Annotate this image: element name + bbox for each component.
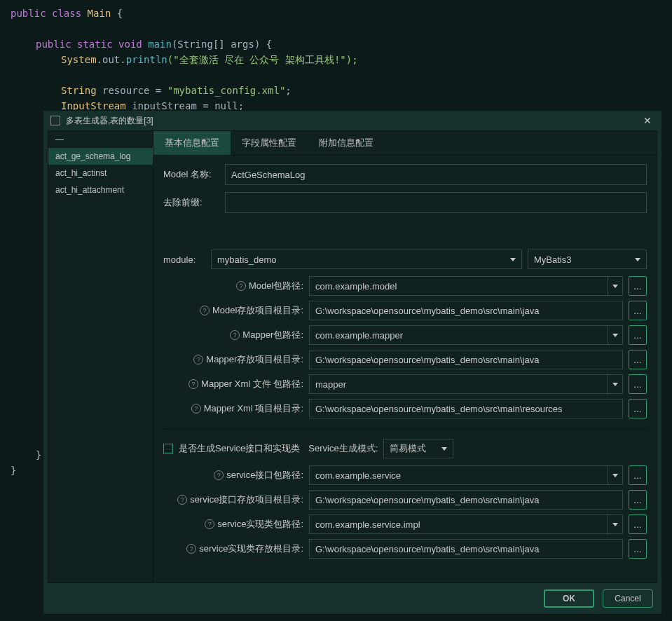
dropdown-model-pkg[interactable]	[608, 276, 623, 296]
section-top: Model 名称: 去除前缀:	[153, 156, 657, 228]
table-item-act-hi-attachment[interactable]: act_hi_attachment	[48, 182, 153, 198]
label-module: module:	[163, 254, 205, 265]
table-item-act-ge-schema-log[interactable]: act_ge_schema_log	[48, 148, 153, 165]
help-icon[interactable]: ?	[193, 355, 203, 364]
titlebar: 多表生成器,表的数量[3] ✕	[43, 111, 661, 130]
chevron-down-icon	[612, 285, 618, 288]
chevron-down-icon	[441, 447, 447, 451]
table-item-act-hi-actinst[interactable]: act_hi_actinst	[48, 165, 153, 182]
chevron-down-icon	[635, 258, 640, 261]
label-mapper-xml-pkg: ? Mapper Xml 文件 包路径:	[163, 378, 303, 390]
input-mapper-pkg[interactable]	[309, 325, 608, 345]
table-list-panel: — act_ge_schema_log act_hi_actinst act_h…	[48, 131, 153, 582]
label-mapper-root: ? Mapper存放项目根目录:	[163, 353, 303, 366]
label-model-name: Model 名称:	[163, 168, 219, 181]
chevron-down-icon	[612, 523, 618, 526]
label-gen-service: 是否生成Service接口和实现类	[179, 442, 300, 455]
label-mapper-xml-root: ? Mapper Xml 项目根目录:	[163, 402, 303, 415]
label-service-root: ? service接口存放项目根目录:	[163, 493, 303, 506]
browse-model-root[interactable]: ...	[629, 301, 647, 320]
dialog-footer: OK Cancel	[43, 583, 661, 614]
combo-module[interactable]: mybatis_demo	[211, 250, 522, 269]
browse-model-pkg[interactable]: ...	[629, 276, 647, 296]
input-mapper-xml-root[interactable]	[309, 399, 623, 418]
input-model-name[interactable]	[225, 164, 647, 185]
dialog-title: 多表生成器,表的数量[3]	[66, 115, 635, 127]
input-service-impl-pkg[interactable]	[309, 514, 608, 534]
browse-mapper-xml-root[interactable]: ...	[629, 399, 647, 418]
help-icon[interactable]: ?	[230, 330, 240, 340]
chevron-down-icon	[612, 474, 618, 477]
main-panel: 基本信息配置 字段属性配置 附加信息配置 Model 名称: 去除前缀: mod…	[153, 131, 657, 582]
dropdown-mapper-xml-pkg[interactable]	[608, 374, 623, 394]
help-icon[interactable]: ?	[191, 404, 201, 414]
tab-extra[interactable]: 附加信息配置	[308, 131, 385, 155]
checkbox-gen-service[interactable]	[163, 444, 173, 453]
label-service-pkg: ? service接口包路径:	[163, 469, 303, 482]
browse-service-root[interactable]: ...	[629, 490, 647, 510]
help-icon[interactable]: ?	[188, 379, 198, 389]
tab-basic[interactable]: 基本信息配置	[153, 131, 231, 155]
input-model-root[interactable]	[309, 301, 623, 320]
input-mapper-xml-pkg[interactable]	[309, 374, 608, 394]
app-icon	[50, 116, 60, 125]
input-service-root[interactable]	[309, 490, 623, 510]
browse-service-pkg[interactable]: ...	[629, 465, 647, 485]
divider	[163, 428, 647, 429]
chevron-down-icon	[612, 334, 618, 337]
tab-fields[interactable]: 字段属性配置	[231, 131, 308, 155]
browse-service-impl-root[interactable]: ...	[629, 539, 647, 559]
label-model-root: ? Model存放项目根目录:	[163, 304, 303, 317]
label-service-impl-pkg: ? service实现类包路径:	[163, 518, 303, 531]
help-icon[interactable]: ?	[214, 470, 224, 480]
label-model-pkg: ? Model包路径:	[163, 280, 303, 292]
browse-mapper-root[interactable]: ...	[629, 350, 647, 369]
combo-mybatis[interactable]: MyBatis3	[528, 250, 647, 269]
help-icon[interactable]: ?	[236, 281, 246, 291]
dialog-body: — act_ge_schema_log act_hi_actinst act_h…	[48, 130, 657, 583]
input-remove-prefix[interactable]	[225, 192, 647, 213]
generator-dialog: 多表生成器,表的数量[3] ✕ — act_ge_schema_log act_…	[43, 110, 662, 615]
browse-mapper-pkg[interactable]: ...	[629, 325, 647, 345]
list-item-label: act_hi_attachment	[55, 185, 124, 195]
ok-button[interactable]: OK	[544, 589, 594, 608]
combo-service-mode[interactable]: 简易模式	[383, 439, 453, 458]
chevron-down-icon	[510, 258, 516, 261]
cancel-button[interactable]: Cancel	[603, 589, 653, 608]
dropdown-service-pkg[interactable]	[608, 465, 623, 485]
side-header: —	[48, 131, 153, 148]
combo-service-mode-text: 简易模式	[390, 442, 426, 455]
input-model-pkg[interactable]	[309, 276, 608, 296]
section-paths: module: mybatis_demo MyBatis3 ? Model包路径…	[153, 228, 657, 572]
browse-mapper-xml-pkg[interactable]: ...	[629, 374, 647, 394]
dropdown-mapper-pkg[interactable]	[608, 325, 623, 345]
browse-service-impl-pkg[interactable]: ...	[629, 514, 647, 534]
tabs: 基本信息配置 字段属性配置 附加信息配置	[153, 131, 657, 156]
list-item-label: act_hi_actinst	[55, 168, 107, 178]
help-icon[interactable]: ?	[205, 519, 214, 529]
label-service-impl-root: ? service实现类存放根目录:	[163, 542, 303, 555]
input-service-pkg[interactable]	[309, 465, 608, 485]
chevron-down-icon	[612, 383, 618, 386]
combo-module-text: mybatis_demo	[217, 254, 277, 265]
list-item-label: act_ge_schema_log	[55, 151, 130, 161]
input-mapper-root[interactable]	[309, 350, 623, 369]
input-service-impl-root[interactable]	[309, 539, 623, 559]
help-icon[interactable]: ?	[177, 495, 187, 505]
label-remove-prefix: 去除前缀:	[163, 196, 219, 209]
combo-mybatis-text: MyBatis3	[534, 254, 571, 265]
label-service-mode: Service生成模式:	[308, 442, 378, 455]
help-icon[interactable]: ?	[200, 306, 210, 315]
help-icon[interactable]: ?	[186, 544, 196, 554]
close-icon[interactable]: ✕	[640, 112, 654, 129]
dropdown-service-impl-pkg[interactable]	[608, 514, 623, 534]
label-mapper-pkg: ? Mapper包路径:	[163, 329, 303, 341]
